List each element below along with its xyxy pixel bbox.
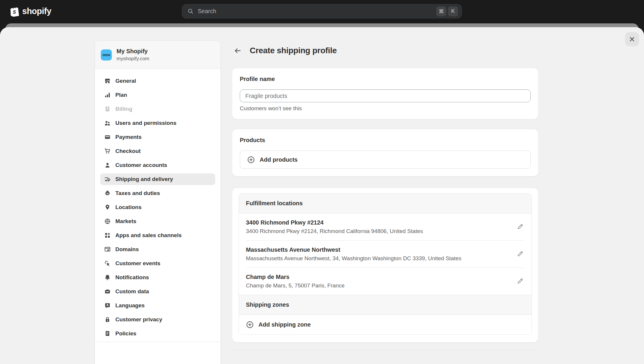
back-button[interactable] [232, 45, 243, 56]
svg-text:A: A [106, 303, 109, 307]
settings-nav: GeneralPlan$BillingUsers and permissions… [95, 69, 221, 339]
plus-circle-icon [246, 321, 254, 329]
checkout-icon [104, 148, 111, 155]
sidebar-item-policies[interactable]: Policies [100, 328, 215, 339]
sidebar-item-label: Users and permissions [115, 120, 176, 126]
sidebar-item-label: Payments [115, 134, 142, 140]
customer-events-icon [104, 260, 111, 267]
close-button[interactable] [625, 32, 639, 46]
modal-content: Create shipping profile Profile name Cus… [232, 27, 538, 350]
users-icon [104, 120, 111, 127]
sidebar-item-checkout[interactable]: Checkout [100, 145, 215, 157]
sidebar-item-label: Apps and sales channels [115, 232, 182, 239]
sidebar-item-label: Policies [115, 330, 136, 337]
location-address: 3400 Richmond Pkwy #2124, Richmond Calif… [246, 228, 508, 234]
search-input[interactable] [197, 8, 433, 15]
settings-sidebar: ome My Shopify myshopify.com GeneralPlan… [95, 41, 221, 364]
profile-name-card: Profile name Customers won’t see this [232, 68, 538, 119]
payments-icon [104, 134, 111, 141]
edit-location-button[interactable] [516, 222, 525, 231]
billing-icon: $ [104, 106, 111, 113]
sidebar-item-users-and-permissions[interactable]: Users and permissions [100, 117, 215, 129]
plus-circle-icon [247, 156, 255, 164]
sidebar-item-label: Languages [115, 302, 145, 309]
k-key-badge: K [448, 6, 458, 16]
custom-data-icon [104, 288, 111, 295]
edit-location-button[interactable] [516, 250, 525, 258]
location-address: Massachusetts Avenue Northwest, 34, Wash… [246, 255, 508, 262]
sidebar-item-plan[interactable]: Plan [100, 89, 215, 101]
sidebar-item-customer-privacy[interactable]: Customer privacy [100, 314, 215, 325]
sidebar-item-label: Markets [115, 218, 136, 225]
global-search[interactable]: ⌘ K [182, 4, 462, 18]
sidebar-item-domains[interactable]: Domains [100, 244, 215, 255]
sidebar-item-label: Customer privacy [115, 316, 162, 323]
shipping-icon [104, 176, 111, 183]
sidebar-item-label: Billing [115, 106, 132, 112]
locations-icon [104, 204, 111, 211]
location-name: 3400 Richmond Pkwy #2124 [246, 219, 508, 226]
page-header: Create shipping profile [232, 45, 538, 56]
sidebar-item-customer-events[interactable]: Customer events [100, 258, 215, 269]
fulfillment-locations-header: Fulfillment locations [239, 194, 532, 213]
footer-divider [232, 350, 538, 350]
taxes-icon: % [104, 190, 111, 197]
profile-name-label: Profile name [240, 76, 531, 82]
sidebar-item-billing: $Billing [100, 103, 215, 115]
sidebar-item-label: Customer events [115, 260, 160, 267]
fulfillment-locations-card: Fulfillment locations 3400 Richmond Pkwy… [232, 188, 538, 342]
policies-icon [104, 330, 111, 337]
sidebar-item-custom-data[interactable]: Custom data [100, 286, 215, 297]
domains-icon [104, 246, 111, 253]
svg-text:%: % [106, 192, 109, 195]
page-title: Create shipping profile [250, 46, 337, 55]
shopify-admin: S shopify ⌘ K ome [0, 0, 644, 364]
sidebar-item-label: Checkout [115, 148, 141, 154]
sidebar-item-label: Taxes and duties [115, 190, 160, 196]
customer-accounts-icon [104, 162, 111, 169]
svg-text:$: $ [107, 107, 108, 110]
shopify-logo: S shopify [10, 0, 51, 23]
sidebar-item-label: Locations [115, 204, 142, 211]
sidebar-item-label: Domains [115, 246, 139, 253]
pencil-icon [517, 277, 524, 285]
location-name: Champ de Mars [246, 274, 508, 280]
svg-text:S: S [13, 10, 16, 15]
sidebar-item-apps-and-sales-channels[interactable]: Apps and sales channels [100, 230, 215, 241]
edit-location-button[interactable] [516, 277, 525, 286]
store-icon [104, 77, 111, 84]
products-card: Products Add products [232, 129, 538, 176]
sidebar-item-label: Customer accounts [115, 162, 167, 168]
sidebar-item-locations[interactable]: Locations [100, 201, 215, 213]
languages-icon: A [104, 302, 111, 309]
sidebar-item-label: Shipping and delivery [115, 176, 173, 182]
topbar: S shopify ⌘ K [0, 0, 644, 23]
location-address: Champ de Mars, 5, 75007 Paris, France [246, 282, 508, 289]
shipping-zones-header: Shipping zones [239, 295, 532, 315]
profile-name-input[interactable] [240, 89, 531, 102]
location-row: Massachusetts Avenue NorthwestMassachuse… [246, 241, 525, 268]
add-products-label: Add products [260, 156, 298, 163]
plan-icon [104, 92, 111, 99]
profile-name-helper: Customers won’t see this [240, 105, 531, 112]
sidebar-item-label: Notifications [115, 274, 149, 281]
sidebar-item-general[interactable]: General [100, 75, 215, 87]
search-shortcut: ⌘ K [436, 6, 458, 16]
store-info: My Shopify myshopify.com [117, 48, 149, 62]
sidebar-item-notifications[interactable]: Notifications [100, 272, 215, 283]
add-shipping-zone-button[interactable]: Add shipping zone [239, 315, 532, 334]
shopify-wordmark: shopify [22, 6, 51, 16]
add-shipping-zone-label: Add shipping zone [258, 321, 311, 328]
sidebar-item-markets[interactable]: Markets [100, 215, 215, 227]
add-products-button[interactable]: Add products [240, 151, 531, 169]
sidebar-item-shipping-and-delivery[interactable]: Shipping and delivery [100, 173, 215, 185]
sidebar-item-customer-accounts[interactable]: Customer accounts [100, 159, 215, 171]
fulfillment-locations-title: Fulfillment locations [246, 200, 303, 206]
location-row: 3400 Richmond Pkwy #21243400 Richmond Pk… [246, 213, 525, 241]
sidebar-item-label: General [115, 78, 136, 84]
location-row: Champ de MarsChamp de Mars, 5, 75007 Par… [246, 268, 525, 295]
command-key-badge: ⌘ [436, 6, 446, 16]
sidebar-item-taxes-and-duties[interactable]: %Taxes and duties [100, 187, 215, 199]
sidebar-item-languages[interactable]: ALanguages [100, 300, 215, 311]
sidebar-item-payments[interactable]: Payments [100, 131, 215, 143]
